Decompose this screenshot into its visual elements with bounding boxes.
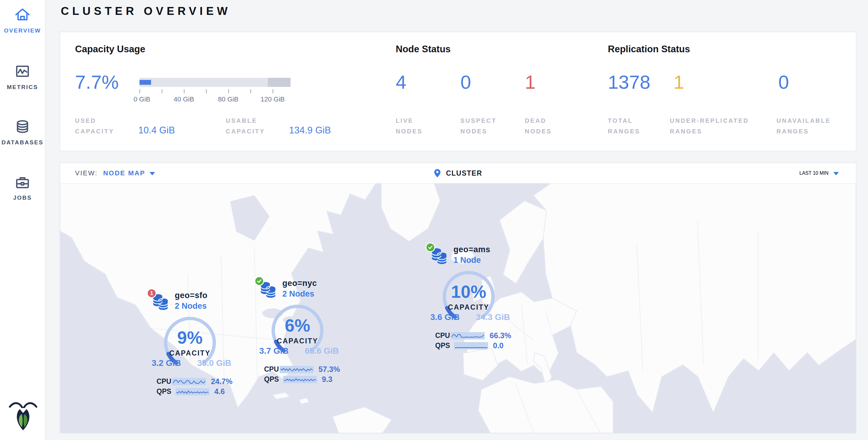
- used-gib: 3.2 GiB: [152, 358, 181, 368]
- qps-sparkline: [175, 388, 209, 395]
- locality-node-count: 1 Node: [454, 256, 490, 265]
- suspect-nodes-label: SUSPECT NODES: [460, 116, 509, 137]
- healthy-check-badge: [426, 243, 435, 252]
- total-ranges-count: 1378: [608, 71, 650, 93]
- total-gib: 34.3 GiB: [476, 312, 510, 322]
- live-nodes-count: 4: [396, 71, 406, 93]
- dead-node-badge: 1: [147, 288, 157, 298]
- sidebar-item-databases[interactable]: DATABASES: [0, 119, 45, 146]
- dead-nodes-count: 1: [525, 71, 535, 93]
- chevron-down-icon: [833, 172, 839, 175]
- locality-ams[interactable]: geo=ams 1 Node 10% CAPACITY 3.6 GiB 34.3…: [426, 246, 511, 351]
- cpu-value: 57.3%: [318, 365, 340, 374]
- cluster-summary-card: Capacity Usage 7.7% 0 GiB 40 GiB 80 GiB: [60, 32, 857, 151]
- locality-node-count: 2 Nodes: [282, 289, 317, 299]
- capacity-percent: 10%: [426, 281, 511, 302]
- cpu-value: 24.7%: [211, 377, 232, 386]
- capacity-word: CAPACITY: [255, 337, 340, 345]
- qps-value: 0.0: [493, 341, 504, 350]
- tick-label: 40 GiB: [174, 95, 194, 103]
- total-ranges-label: TOTAL RANGES: [608, 116, 656, 137]
- home-icon: [12, 7, 33, 24]
- capacity-percent: 6%: [255, 315, 340, 336]
- capacity-usage-section: Capacity Usage 7.7% 0 GiB 40 GiB 80 GiB: [75, 32, 379, 151]
- under-replicated-label: UNDER-REPLICATED RANGES: [670, 116, 782, 137]
- database-icon: [12, 119, 33, 136]
- locality-node-count: 2 Nodes: [175, 302, 208, 311]
- locality-sfo[interactable]: 1 geo=sfo 2 Node: [147, 292, 232, 397]
- location-pin-icon: [434, 169, 441, 178]
- node-status-section: Node Status 4 0 1 LIVE NODES SUSPECT NOD…: [396, 32, 602, 151]
- time-range-value: LAST 10 MIN: [799, 170, 829, 176]
- sidebar-item-label: OVERVIEW: [4, 27, 41, 34]
- qps-value: 4.6: [214, 387, 225, 396]
- capacity-axis-ticks: [140, 89, 290, 94]
- qps-sparkline: [283, 376, 317, 383]
- locality-name: geo=ams: [454, 245, 490, 254]
- capacity-bar-fill: [140, 80, 151, 85]
- unavailable-ranges-count: 0: [778, 71, 789, 93]
- main-content: CLUSTER OVERVIEW Capacity Usage 7.7% 0 G…: [46, 0, 868, 440]
- locality-name: geo=nyc: [282, 279, 317, 288]
- capacity-bar-reserved: [268, 78, 290, 87]
- cpu-label: CPU: [157, 377, 172, 386]
- tick-label: 0 GiB: [133, 95, 150, 103]
- usable-capacity-value: 134.9 GiB: [289, 125, 331, 136]
- sidebar-item-label: DATABASES: [2, 139, 43, 146]
- qps-sparkline: [454, 342, 488, 349]
- total-gib: 35.0 GiB: [197, 358, 231, 368]
- suspect-nodes-count: 0: [460, 71, 471, 93]
- tick-label: 120 GiB: [260, 95, 285, 103]
- cpu-value: 66.3%: [490, 331, 511, 340]
- node-map-card: VIEW: NODE MAP CLUSTER LAST 10 MIN: [60, 163, 857, 434]
- capacity-gauge: 6% CAPACITY 3.7 GiB 65.6 GiB: [255, 302, 340, 361]
- page-title: CLUSTER OVERVIEW: [61, 5, 231, 18]
- capacity-usage-title: Capacity Usage: [75, 44, 145, 55]
- capacity-gauge: 9% CAPACITY 3.2 GiB 35.0 GiB: [147, 314, 232, 373]
- capacity-bar-track: [140, 78, 290, 87]
- locality-nyc[interactable]: geo=nyc 2 Nodes 6% CAPACITY 3.7 GiB 65.6…: [255, 280, 340, 384]
- qps-label: QPS: [157, 387, 175, 396]
- capacity-bar: 0 GiB 40 GiB 80 GiB 120 GiB: [140, 78, 290, 103]
- used-gib: 3.7 GiB: [259, 346, 288, 356]
- capacity-gauge: 10% CAPACITY 3.6 GiB 34.3 GiB: [426, 268, 511, 327]
- qps-value: 9.3: [322, 375, 333, 384]
- healthy-check-badge: [254, 276, 264, 286]
- under-replicated-count: 1: [674, 71, 684, 93]
- qps-label: QPS: [264, 375, 283, 383]
- cpu-sparkline: [451, 332, 485, 339]
- replication-status-section: Replication Status 1378 1 0 TOTAL RANGES…: [608, 32, 868, 151]
- sidebar-item-jobs[interactable]: JOBS: [0, 174, 45, 201]
- tick-label: 80 GiB: [218, 95, 238, 103]
- locality-name: geo=sfo: [175, 291, 208, 300]
- metrics-icon: [12, 63, 33, 81]
- sidebar: OVERVIEW METRICS DATABASES JOBS: [0, 0, 45, 440]
- cpu-label: CPU: [435, 332, 451, 340]
- node-status-title: Node Status: [396, 44, 451, 55]
- usable-capacity-label: USABLE CAPACITY: [226, 116, 281, 137]
- briefcase-icon: [12, 174, 33, 191]
- replication-status-title: Replication Status: [608, 44, 690, 55]
- node-map: 1 geo=sfo 2 Node: [60, 183, 856, 433]
- used-gib: 3.6 GiB: [430, 312, 460, 322]
- sidebar-item-metrics[interactable]: METRICS: [0, 63, 45, 91]
- map-toolbar: VIEW: NODE MAP CLUSTER LAST 10 MIN: [60, 163, 856, 183]
- cockroachdb-logo: [5, 395, 41, 432]
- capacity-axis-labels: 0 GiB 40 GiB 80 GiB 120 GiB: [140, 95, 290, 103]
- capacity-word: CAPACITY: [426, 303, 511, 311]
- unavailable-ranges-label: UNAVAILABLE RANGES: [777, 116, 862, 137]
- capacity-used-percent: 7.7%: [75, 71, 119, 93]
- sidebar-item-label: METRICS: [7, 84, 38, 91]
- cpu-sparkline: [172, 378, 206, 385]
- sidebar-item-overview[interactable]: OVERVIEW: [0, 7, 45, 34]
- live-nodes-label: LIVE NODES: [396, 116, 441, 137]
- cpu-label: CPU: [264, 365, 280, 373]
- dead-nodes-label: DEAD NODES: [525, 116, 570, 137]
- cpu-sparkline: [280, 366, 314, 373]
- used-capacity-value: 10.4 GiB: [138, 125, 175, 136]
- used-capacity-label: USED CAPACITY: [75, 116, 128, 137]
- qps-label: QPS: [435, 342, 454, 350]
- breadcrumb-cluster[interactable]: CLUSTER: [446, 169, 482, 178]
- capacity-percent: 9%: [147, 327, 232, 348]
- time-range-dropdown[interactable]: LAST 10 MIN: [799, 170, 839, 176]
